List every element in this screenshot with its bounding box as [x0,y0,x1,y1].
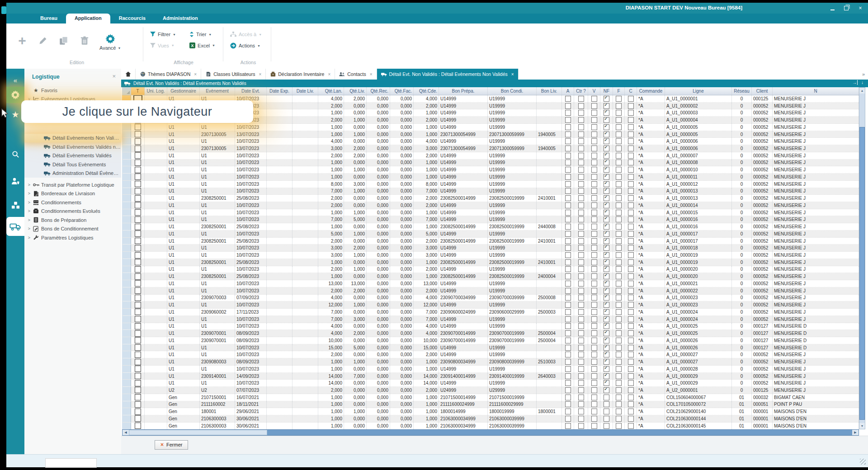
checkbox-v[interactable] [591,202,597,208]
checkbox-nf[interactable] [604,124,609,130]
table-row[interactable]: U1230908000308/09/20231,0001,0000,0000,0… [122,358,859,366]
checkbox-f[interactable] [616,302,622,308]
checkbox-nf[interactable] [604,409,609,414]
checkbox-nf[interactable] [604,132,609,137]
checkbox-a[interactable] [565,188,571,194]
checkbox-a[interactable] [565,216,571,222]
row-selector[interactable] [122,223,131,230]
checkbox-f[interactable] [616,181,622,187]
checkbox-c[interactable] [628,288,634,294]
col-header-commande[interactable]: Commande [637,87,665,95]
row-checkbox[interactable] [135,352,141,358]
row-selector[interactable] [122,401,131,408]
table-row[interactable]: U1230914000114/09/202314,0007,0000,0000,… [122,373,859,380]
checkbox-ctr[interactable] [578,387,584,393]
checkbox-f[interactable] [616,387,622,393]
checkbox-ctr[interactable] [578,181,584,187]
table-row[interactable]: Gen210715000116/07/20211,0000,0000,0000,… [122,394,859,401]
table-row[interactable]: U1U110/07/20232,0002,0000,0000,0002,000U… [122,287,859,295]
close-icon[interactable]: × [328,72,330,77]
row-checkbox[interactable] [135,152,141,159]
row-selector[interactable] [122,408,131,415]
checkbox-a[interactable] [565,103,571,109]
checkbox-c[interactable] [628,238,634,244]
checkbox-nf[interactable] [604,245,609,251]
checkbox-c[interactable] [628,245,634,251]
checkbox-ctr[interactable] [578,146,584,151]
checkbox-nf[interactable] [604,281,609,287]
checkbox-a[interactable] [565,231,571,237]
checkbox-a[interactable] [565,416,571,422]
row-selector[interactable] [122,244,131,251]
checkbox-c[interactable] [628,387,634,393]
checkbox-ctr[interactable] [578,281,584,287]
checkbox-nf[interactable] [604,273,609,279]
arrow-down-icon[interactable]: ↓ [861,80,863,85]
checkbox-a[interactable] [565,110,571,116]
col-header-date-evt[interactable]: Date Evt. [235,87,267,95]
checkbox-nf[interactable] [604,387,609,393]
checkbox-v[interactable] [591,231,597,237]
checkbox-v[interactable] [591,174,597,180]
row-selector[interactable] [122,202,131,209]
checkbox-c[interactable] [628,153,634,159]
checkbox-ctr[interactable] [578,224,584,230]
row-selector[interactable] [122,124,131,131]
trier-button[interactable]: Trier▼ [189,32,220,37]
row-selector[interactable] [122,259,131,266]
scroll-left-arrow[interactable]: ◀ [123,430,129,435]
checkbox-c[interactable] [628,316,634,322]
checkbox-nf[interactable] [604,146,609,151]
checkbox-f[interactable] [616,423,622,429]
checkbox-f[interactable] [616,195,622,201]
actions-button[interactable]: Actions▼ [230,42,269,49]
row-selector[interactable] [122,230,131,237]
checkbox-f[interactable] [616,366,622,372]
checkbox-v[interactable] [591,345,597,351]
col-header-gestionnaire[interactable]: Gestionnaire [167,87,200,95]
checkbox-ctr[interactable] [578,117,584,123]
row-checkbox[interactable] [135,287,141,294]
checkbox-f[interactable] [616,281,622,287]
checkbox-a[interactable] [565,401,571,407]
checkbox-nf[interactable] [604,202,609,208]
table-row[interactable]: U1230825000125/08/20231,0000,0000,0000,0… [122,273,859,280]
checkbox-v[interactable] [591,316,597,322]
table-row[interactable]: U1230906000217/11/20237,0000,0000,0000,0… [122,309,859,316]
checkbox-v[interactable] [591,195,597,201]
checkbox-v[interactable] [591,302,597,308]
table-row[interactable]: U1230907000108/09/202310,0000,0000,0000,… [122,337,859,344]
vues-button[interactable]: Vues▼ [150,42,180,48]
row-checkbox[interactable] [135,174,141,180]
row-checkbox[interactable] [135,401,141,408]
table-row[interactable]: U1U110/07/20231,0000,0000,0000,0001,000U… [122,124,859,131]
table-row[interactable]: U1U110/07/202313,00013,0000,0000,00013,0… [122,280,859,287]
checkbox-a[interactable] [565,181,571,187]
checkbox-a[interactable] [565,202,571,208]
checkbox-c[interactable] [628,167,634,173]
checkbox-a[interactable] [565,259,571,265]
checkbox-c[interactable] [628,224,634,230]
checkbox-nf[interactable] [604,110,609,116]
checkbox-nf[interactable] [604,295,609,301]
nav-item-bons-de-preparation[interactable]: >Bons de Préparation [24,216,121,225]
checkbox-nf[interactable] [604,323,609,329]
row-checkbox[interactable] [135,230,141,237]
tab-themes-diapason[interactable]: Thèmes DIAPASON× [136,69,201,80]
row-checkbox[interactable] [135,373,141,379]
checkbox-nf[interactable] [604,423,609,429]
checkbox-ctr[interactable] [578,338,584,343]
table-row[interactable]: Gen211116000218/11/20211,0000,0000,0000,… [122,401,859,409]
table-row[interactable]: U1U110/07/20231,0000,0000,0000,0001,000U… [122,366,859,373]
checkbox-v[interactable] [591,153,597,159]
checkbox-ctr[interactable] [578,345,584,351]
checkbox-c[interactable] [628,309,634,315]
checkbox-v[interactable] [591,366,597,372]
row-selector[interactable] [122,174,131,180]
row-selector[interactable] [122,238,131,244]
checkbox-f[interactable] [616,395,622,400]
checkbox-v[interactable] [591,117,597,123]
checkbox-a[interactable] [565,409,571,414]
checkbox-a[interactable] [565,96,571,102]
chevron-right-icon[interactable]: > [27,200,32,205]
